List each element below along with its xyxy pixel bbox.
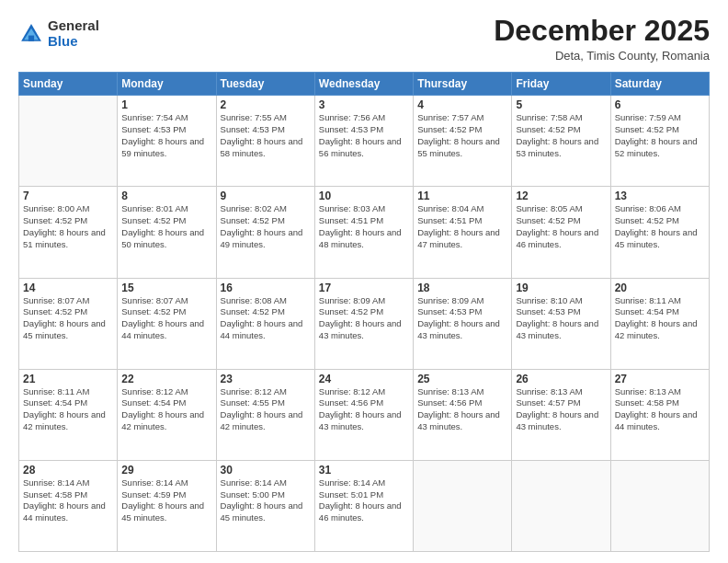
- sunset-label: Sunset: 4:52 PM: [417, 124, 482, 134]
- table-row: 28 Sunrise: 8:14 AM Sunset: 4:58 PM Dayl…: [19, 460, 118, 551]
- day-info: Sunrise: 7:55 AM Sunset: 4:53 PM Dayligh…: [221, 112, 311, 159]
- sunrise-label: Sunrise: 7:54 AM: [121, 112, 188, 122]
- daylight-label: Daylight: 8 hours and 46 minutes.: [319, 500, 402, 523]
- col-sunday: Sunday: [19, 73, 118, 96]
- col-monday: Monday: [118, 73, 216, 96]
- day-number: 23: [221, 373, 311, 385]
- sunset-label: Sunset: 4:56 PM: [319, 397, 383, 408]
- daylight-label: Daylight: 8 hours and 49 minutes.: [221, 227, 303, 249]
- sunset-label: Sunset: 4:57 PM: [516, 397, 580, 408]
- daylight-label: Daylight: 8 hours and 42 minutes.: [221, 409, 303, 431]
- day-number: 3: [319, 98, 409, 111]
- sunrise-label: Sunrise: 8:00 AM: [23, 203, 89, 213]
- calendar-header-row: Sunday Monday Tuesday Wednesday Thursday…: [19, 73, 710, 96]
- daylight-label: Daylight: 8 hours and 50 minutes.: [121, 227, 204, 249]
- day-info: Sunrise: 8:13 AM Sunset: 4:56 PM Dayligh…: [417, 386, 507, 433]
- sunset-label: Sunset: 4:54 PM: [121, 397, 186, 408]
- table-row: 6 Sunrise: 7:59 AM Sunset: 4:52 PM Dayli…: [610, 96, 709, 187]
- table-row: 31 Sunrise: 8:14 AM Sunset: 5:01 PM Dayl…: [314, 460, 413, 551]
- daylight-label: Daylight: 8 hours and 58 minutes.: [221, 136, 303, 158]
- sunset-label: Sunset: 4:52 PM: [615, 215, 679, 225]
- sunrise-label: Sunrise: 8:09 AM: [417, 295, 483, 305]
- logo: General Blue: [18, 18, 99, 49]
- sunset-label: Sunset: 4:53 PM: [319, 124, 383, 134]
- day-number: 19: [516, 282, 606, 294]
- day-number: 28: [23, 464, 113, 477]
- daylight-label: Daylight: 8 hours and 43 minutes.: [417, 318, 500, 340]
- daylight-label: Daylight: 8 hours and 42 minutes.: [121, 409, 204, 431]
- table-row: 9 Sunrise: 8:02 AM Sunset: 4:52 PM Dayli…: [216, 187, 314, 278]
- day-info: Sunrise: 8:13 AM Sunset: 4:57 PM Dayligh…: [516, 386, 606, 433]
- table-row: [414, 460, 512, 551]
- sunset-label: Sunset: 5:00 PM: [221, 489, 285, 500]
- sunrise-label: Sunrise: 8:12 AM: [319, 386, 385, 396]
- day-number: 7: [23, 190, 113, 202]
- location: Deta, Timis County, Romania: [494, 49, 710, 63]
- day-number: 27: [615, 373, 705, 385]
- table-row: 8 Sunrise: 8:01 AM Sunset: 4:52 PM Dayli…: [118, 187, 216, 278]
- sunrise-label: Sunrise: 8:01 AM: [121, 203, 188, 213]
- sunrise-label: Sunrise: 8:13 AM: [417, 386, 483, 396]
- sunrise-label: Sunrise: 8:14 AM: [121, 477, 188, 488]
- day-number: 8: [121, 190, 211, 202]
- calendar-table: Sunday Monday Tuesday Wednesday Thursday…: [18, 72, 710, 552]
- sunrise-label: Sunrise: 8:12 AM: [121, 386, 188, 396]
- daylight-label: Daylight: 8 hours and 43 minutes.: [417, 409, 500, 431]
- day-info: Sunrise: 8:05 AM Sunset: 4:52 PM Dayligh…: [516, 203, 606, 250]
- daylight-label: Daylight: 8 hours and 43 minutes.: [516, 318, 598, 340]
- table-row: 27 Sunrise: 8:13 AM Sunset: 4:58 PM Dayl…: [610, 369, 709, 460]
- table-row: 29 Sunrise: 8:14 AM Sunset: 4:59 PM Dayl…: [118, 460, 216, 551]
- day-number: 12: [516, 190, 606, 202]
- logo-general: General: [48, 18, 99, 34]
- day-number: 4: [417, 98, 507, 111]
- sunset-label: Sunset: 4:51 PM: [319, 215, 383, 225]
- sunset-label: Sunset: 4:52 PM: [221, 306, 285, 316]
- table-row: 17 Sunrise: 8:09 AM Sunset: 4:52 PM Dayl…: [314, 278, 413, 369]
- day-number: 20: [615, 282, 705, 294]
- logo-icon: [18, 21, 44, 47]
- sunrise-label: Sunrise: 7:58 AM: [516, 112, 582, 122]
- table-row: 16 Sunrise: 8:08 AM Sunset: 4:52 PM Dayl…: [216, 278, 314, 369]
- day-number: 15: [121, 282, 211, 294]
- table-row: 22 Sunrise: 8:12 AM Sunset: 4:54 PM Dayl…: [118, 369, 216, 460]
- day-number: 18: [417, 282, 507, 294]
- day-info: Sunrise: 8:07 AM Sunset: 4:52 PM Dayligh…: [121, 295, 211, 342]
- title-block: December 2025 Deta, Timis County, Romani…: [494, 15, 710, 63]
- table-row: 5 Sunrise: 7:58 AM Sunset: 4:52 PM Dayli…: [512, 96, 610, 187]
- daylight-label: Daylight: 8 hours and 47 minutes.: [417, 227, 500, 249]
- table-row: 11 Sunrise: 8:04 AM Sunset: 4:51 PM Dayl…: [414, 187, 512, 278]
- daylight-label: Daylight: 8 hours and 53 minutes.: [516, 136, 598, 158]
- table-row: 23 Sunrise: 8:12 AM Sunset: 4:55 PM Dayl…: [216, 369, 314, 460]
- table-row: 24 Sunrise: 8:12 AM Sunset: 4:56 PM Dayl…: [314, 369, 413, 460]
- day-number: 31: [319, 464, 409, 477]
- table-row: 1 Sunrise: 7:54 AM Sunset: 4:53 PM Dayli…: [118, 96, 216, 187]
- day-number: 22: [121, 373, 211, 385]
- sunset-label: Sunset: 4:53 PM: [221, 124, 285, 134]
- sunset-label: Sunset: 4:52 PM: [319, 306, 383, 316]
- day-info: Sunrise: 8:13 AM Sunset: 4:58 PM Dayligh…: [615, 386, 705, 433]
- sunrise-label: Sunrise: 8:10 AM: [516, 295, 582, 305]
- sunrise-label: Sunrise: 8:07 AM: [121, 295, 188, 305]
- day-number: 2: [221, 98, 311, 111]
- day-info: Sunrise: 7:54 AM Sunset: 4:53 PM Dayligh…: [121, 112, 211, 159]
- sunrise-label: Sunrise: 8:11 AM: [23, 386, 89, 396]
- sunrise-label: Sunrise: 8:14 AM: [23, 477, 89, 488]
- day-number: 10: [319, 190, 409, 202]
- daylight-label: Daylight: 8 hours and 55 minutes.: [417, 136, 500, 158]
- day-info: Sunrise: 7:59 AM Sunset: 4:52 PM Dayligh…: [615, 112, 705, 159]
- table-row: 25 Sunrise: 8:13 AM Sunset: 4:56 PM Dayl…: [414, 369, 512, 460]
- day-info: Sunrise: 8:14 AM Sunset: 5:01 PM Dayligh…: [319, 477, 409, 524]
- day-number: 16: [221, 282, 311, 294]
- daylight-label: Daylight: 8 hours and 44 minutes.: [221, 318, 303, 340]
- header: General Blue December 2025 Deta, Timis C…: [18, 15, 710, 63]
- table-row: 7 Sunrise: 8:00 AM Sunset: 4:52 PM Dayli…: [19, 187, 118, 278]
- day-info: Sunrise: 8:08 AM Sunset: 4:52 PM Dayligh…: [221, 295, 311, 342]
- table-row: 30 Sunrise: 8:14 AM Sunset: 5:00 PM Dayl…: [216, 460, 314, 551]
- sunset-label: Sunset: 4:52 PM: [516, 215, 580, 225]
- day-number: 26: [516, 373, 606, 385]
- sunset-label: Sunset: 4:52 PM: [23, 306, 87, 316]
- daylight-label: Daylight: 8 hours and 46 minutes.: [516, 227, 598, 249]
- sunrise-label: Sunrise: 8:13 AM: [615, 386, 681, 396]
- sunrise-label: Sunrise: 7:56 AM: [319, 112, 385, 122]
- day-info: Sunrise: 8:12 AM Sunset: 4:55 PM Dayligh…: [221, 386, 311, 433]
